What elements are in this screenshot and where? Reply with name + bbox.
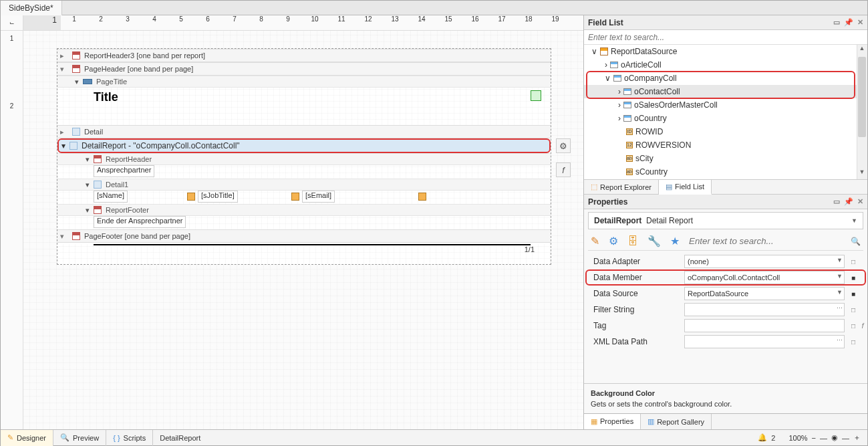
property-object-selector[interactable]: DetailReport Detail Report ▼: [588, 212, 863, 229]
prop-row-filter-string[interactable]: Filter String⋯□: [584, 302, 867, 318]
band-icon: [72, 65, 80, 73]
properties-bottom-tabs: ▦Properties ▥Report Gallery: [584, 413, 867, 429]
prop-row-data-adapter[interactable]: Data Adapter(none)▼□: [584, 253, 867, 269]
band-detail[interactable]: ▸Detail: [57, 125, 551, 138]
band-icon: [72, 128, 80, 136]
band-pagefooter[interactable]: ▾PageFooter [one band per page]: [57, 229, 551, 243]
prop-row-tag[interactable]: Tag□f: [584, 318, 867, 334]
title-area[interactable]: Title: [57, 88, 551, 125]
prop-row-xml-data-path[interactable]: XML Data Path⋯□: [584, 334, 867, 350]
ellipsis-icon[interactable]: ⋯: [837, 305, 843, 312]
field-sname[interactable]: [sName]: [94, 191, 128, 203]
field-sjobtitle[interactable]: [sJobTitle]: [198, 191, 238, 203]
window-icon[interactable]: ▭: [833, 197, 840, 206]
expression-icon[interactable]: f: [858, 322, 867, 330]
reportfooter-content[interactable]: Ende der Ansprechpartner: [57, 216, 551, 229]
band-reportheader[interactable]: ▾ReportHeader: [57, 153, 551, 165]
tab-scripts[interactable]: { }Scripts: [106, 430, 153, 446]
table-icon: [623, 88, 631, 95]
search-input[interactable]: [584, 30, 867, 44]
gears-icon[interactable]: ⚙: [609, 235, 618, 247]
band-pagetitle[interactable]: ▾PageTitle: [57, 76, 551, 88]
smarttag-gear-icon[interactable]: ⚙: [556, 138, 571, 153]
chevron-down-icon[interactable]: ▼: [837, 257, 843, 263]
chevron-down-icon[interactable]: ▼: [837, 273, 843, 280]
notification-badge[interactable]: 🔔2: [751, 433, 782, 442]
pin-icon[interactable]: 📌: [844, 18, 853, 27]
tab-properties[interactable]: ▦Properties: [584, 414, 641, 429]
document-tabbar: SideBySide*: [1, 1, 867, 15]
tree-item[interactable]: ›oSalesOrderMasterColl: [584, 98, 867, 112]
close-icon[interactable]: ✕: [857, 18, 863, 27]
label-ansprechpartner[interactable]: Ansprechpartner: [94, 165, 154, 177]
bottom-bar: ✎Designer 🔍Preview { }Scripts DetailRepo…: [1, 429, 867, 445]
band-icon: [94, 155, 102, 163]
title-label[interactable]: Title: [94, 90, 118, 104]
band-reportheader3[interactable]: ▸ReportHeader3 [one band per report]: [57, 49, 551, 62]
fieldlist-search[interactable]: [584, 30, 867, 45]
tab-field-list[interactable]: ▤Field List: [659, 180, 712, 195]
wrench-icon[interactable]: 🔧: [647, 235, 661, 247]
chevron-down-icon[interactable]: ▼: [837, 289, 843, 296]
ruler-track: 1 2 3 4 5 6 7 8 9 10 11 12 13 14 15 16 1: [61, 15, 583, 30]
properties-search-input[interactable]: [689, 236, 841, 246]
field-semail[interactable]: [sEmail]: [302, 191, 335, 203]
breadcrumb[interactable]: DetailReport: [153, 430, 207, 446]
chevron-down-icon[interactable]: ▼: [851, 217, 857, 224]
band-icon: [94, 181, 102, 189]
tab-report-gallery[interactable]: ▥Report Gallery: [641, 414, 712, 429]
scroll-thumb[interactable]: [858, 57, 866, 137]
tree-item[interactable]: absCountry: [584, 165, 867, 179]
table-icon: [623, 115, 631, 122]
tab-designer[interactable]: ✎Designer: [1, 430, 53, 446]
tree-item[interactable]: IDROWID: [584, 125, 867, 138]
design-canvas[interactable]: ▸ReportHeader3 [one band per report] ▾Pa…: [23, 31, 583, 429]
tab-report-explorer[interactable]: ⬚Report Explorer: [584, 180, 659, 194]
tree-item[interactable]: ∨oCompanyColl: [584, 72, 867, 85]
band-detailreport[interactable]: ▾DetailReport - "oCompanyColl.oContactCo…: [57, 138, 551, 153]
tree-item[interactable]: 12ROWVERSION: [584, 138, 867, 152]
fieldlist-tree[interactable]: ∨ReportDataSource ›oArticleColl ∨oCompan…: [584, 45, 867, 180]
reportheader-content[interactable]: Ansprechpartner: [57, 165, 551, 179]
tree-item[interactable]: ›oCountry: [584, 112, 867, 125]
star-icon[interactable]: ★: [670, 235, 680, 247]
database-icon[interactable]: 🗄: [627, 235, 638, 247]
tree-scrollbar[interactable]: ▲ ▼: [857, 45, 867, 179]
datasource-icon: [600, 47, 608, 55]
table-icon: [623, 102, 631, 108]
band-pageheader[interactable]: ▾PageHeader [one band per page]: [57, 62, 551, 76]
table-icon: [610, 62, 618, 68]
tree-item-selected[interactable]: ›oContactColl: [584, 85, 867, 98]
picture-box[interactable]: [531, 90, 541, 101]
tree-item[interactable]: ›oArticleColl: [584, 58, 867, 72]
prop-row-data-member[interactable]: Data MemberoCompanyColl.oContactColl▼■: [584, 269, 867, 286]
pagefooter-content[interactable]: 1/1: [57, 244, 551, 264]
label-ende[interactable]: Ende der Ansprechpartner: [94, 216, 186, 228]
detailreport-icon: [69, 142, 78, 150]
scroll-down-icon[interactable]: ▼: [857, 169, 867, 179]
zoom-out-icon[interactable]: −: [812, 434, 816, 442]
close-icon[interactable]: ✕: [857, 197, 863, 206]
page-number[interactable]: 1/1: [57, 245, 551, 253]
pin-icon[interactable]: 📌: [844, 197, 853, 206]
tree-item[interactable]: absCity: [584, 152, 867, 165]
window-icon[interactable]: ▭: [833, 18, 840, 27]
detail1-content[interactable]: [sName] [sJobTitle] [sEmail]: [57, 191, 551, 204]
band-reportfooter[interactable]: ▾ReportFooter: [57, 204, 551, 216]
zoom-in-icon[interactable]: ＋: [853, 433, 861, 443]
tree-item[interactable]: ∨ReportDataSource: [584, 45, 867, 58]
search-icon[interactable]: 🔍: [851, 237, 861, 246]
band-detail1[interactable]: ▾Detail1: [57, 179, 551, 191]
document-tab[interactable]: SideBySide*: [1, 1, 62, 15]
prop-row-data-source[interactable]: Data SourceReportDataSource▼■: [584, 286, 867, 302]
db-icon: [291, 193, 299, 201]
zoom-slider[interactable]: ◉: [831, 433, 838, 442]
ruler-vertical: 1 2: [1, 31, 23, 429]
scroll-up-icon[interactable]: ▲: [857, 45, 867, 55]
property-grid: Data Adapter(none)▼□ Data MemberoCompany…: [584, 253, 867, 350]
zoom-control[interactable]: 100% −—◉— ＋: [782, 433, 867, 443]
ellipsis-icon[interactable]: ⋯: [837, 337, 843, 344]
pencil-icon[interactable]: ✎: [591, 235, 599, 247]
tab-preview[interactable]: 🔍Preview: [53, 430, 106, 446]
smarttag-fx-icon[interactable]: f: [556, 162, 571, 177]
